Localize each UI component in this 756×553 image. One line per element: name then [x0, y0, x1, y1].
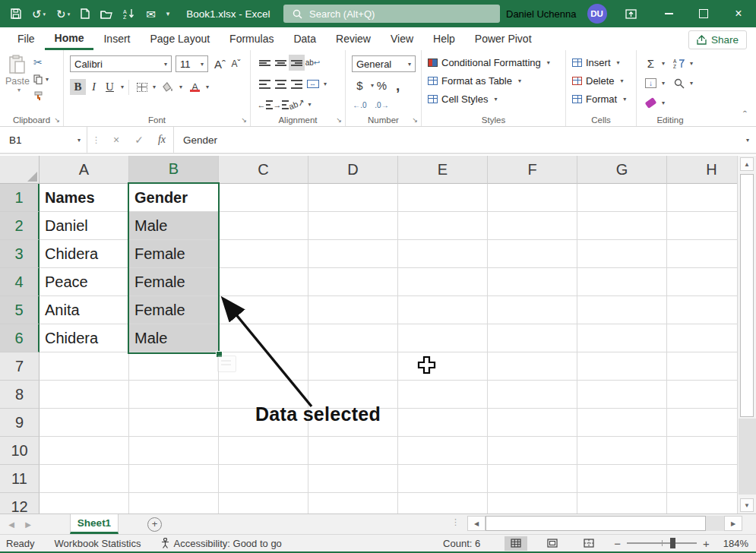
insert-cells-button[interactable]: Insert▾ [572, 57, 620, 68]
conditional-formatting-button[interactable]: Conditional Formatting▾ [428, 57, 550, 68]
tab-file[interactable]: File [8, 27, 45, 50]
clipboard-dialog-launcher-icon[interactable]: ↘ [54, 116, 60, 124]
cell-B3[interactable]: Female [129, 240, 219, 268]
cell-A11[interactable] [40, 465, 129, 493]
cancel-entry-icon[interactable]: × [105, 134, 128, 146]
open-folder-icon[interactable] [100, 9, 112, 19]
share-button[interactable]: Share [688, 30, 747, 49]
merge-center-button[interactable]: ↔ [305, 76, 321, 92]
cell-A8[interactable] [40, 381, 129, 409]
cell-E1[interactable] [398, 184, 488, 212]
scroll-right-icon[interactable]: ▶ [724, 516, 742, 531]
cell-F10[interactable] [488, 437, 577, 465]
column-header-F[interactable]: F [488, 156, 577, 184]
cell-B8[interactable] [129, 381, 219, 409]
column-header-D[interactable]: D [308, 156, 398, 184]
next-sheet-icon[interactable]: ▶ [17, 514, 40, 534]
cell-B6[interactable]: Male [129, 324, 219, 352]
cell-C4[interactable] [219, 268, 308, 296]
fill-color-dropdown[interactable]: ▾ [179, 84, 182, 90]
cell-C6[interactable] [219, 324, 308, 352]
user-name[interactable]: Daniel Uchenna [506, 8, 577, 20]
cell-D1[interactable] [308, 184, 398, 212]
copy-button[interactable]: ▾ [33, 74, 49, 84]
bottom-align-button[interactable] [289, 55, 305, 71]
cell-G12[interactable] [577, 493, 667, 514]
cell-G8[interactable] [577, 381, 667, 409]
cell-E2[interactable] [398, 212, 488, 240]
row-header-9[interactable]: 9 [0, 409, 40, 437]
alignment-dialog-launcher-icon[interactable]: ↘ [336, 116, 342, 124]
avatar[interactable]: DU [587, 4, 607, 24]
search-box[interactable]: Search (Alt+Q) [283, 5, 500, 23]
cell-H8[interactable] [667, 381, 737, 409]
cell-F4[interactable] [488, 268, 577, 296]
column-header-C[interactable]: C [219, 156, 308, 184]
cell-C5[interactable] [219, 296, 308, 324]
format-as-table-button[interactable]: Format as Table▾ [428, 75, 521, 87]
cell-A5[interactable]: Anita [40, 296, 129, 324]
cell-A9[interactable] [40, 409, 129, 437]
scroll-up-icon[interactable]: ▲ [740, 157, 754, 171]
sheet-tab-sheet1[interactable]: Sheet1 [70, 514, 119, 534]
row-header-2[interactable]: 2 [0, 212, 40, 240]
paste-button[interactable]: Paste ▾ [5, 55, 30, 93]
cell-F6[interactable] [488, 324, 577, 352]
cell-F11[interactable] [488, 465, 577, 493]
clear-button[interactable] [643, 95, 659, 111]
new-sheet-icon[interactable]: + [147, 517, 162, 532]
sort-az-icon[interactable]: AZ [123, 8, 135, 19]
cell-A6[interactable]: Chidera [40, 324, 129, 352]
cell-B11[interactable] [129, 465, 219, 493]
vertical-scrollbar-thumb[interactable] [740, 174, 754, 417]
autosum-button[interactable]: Σ [643, 55, 659, 71]
row-header-7[interactable]: 7 [0, 352, 40, 381]
name-box[interactable]: B1▾ [0, 127, 87, 153]
cell-F12[interactable] [488, 493, 577, 514]
wrap-text-button[interactable]: ab↩ [305, 55, 321, 71]
cell-G4[interactable] [577, 268, 667, 296]
cell-F3[interactable] [488, 240, 577, 268]
minimize-button[interactable] [651, 0, 686, 27]
tab-insert[interactable]: Insert [93, 27, 140, 50]
number-dialog-launcher-icon[interactable]: ↘ [412, 116, 418, 124]
expand-formula-bar-icon[interactable]: ▾ [739, 137, 756, 144]
cell-G11[interactable] [577, 465, 667, 493]
font-color-button[interactable]: A [187, 79, 203, 95]
cell-E11[interactable] [398, 465, 488, 493]
cell-G5[interactable] [577, 296, 667, 324]
zoom-slider-thumb[interactable] [670, 538, 675, 548]
confirm-entry-icon[interactable]: ✓ [128, 134, 150, 146]
decrease-decimal-button[interactable]: .0→ [374, 97, 390, 113]
cell-B4[interactable]: Female [129, 268, 219, 296]
fill-dropdown[interactable]: ▾ [662, 80, 665, 87]
find-select-button[interactable] [671, 75, 687, 91]
find-select-dropdown[interactable]: ▾ [690, 80, 693, 87]
cell-D2[interactable] [308, 212, 398, 240]
workbook-statistics-button[interactable]: Workbook Statistics [55, 538, 141, 549]
cell-A3[interactable]: Chidera [40, 240, 129, 268]
quick-analysis-icon[interactable] [217, 356, 236, 372]
cut-button[interactable]: ✂ [33, 56, 43, 68]
cell-styles-button[interactable]: Cell Styles▾ [428, 93, 497, 105]
cell-A1[interactable]: Names [40, 184, 129, 212]
cell-A7[interactable] [40, 352, 129, 381]
autosum-dropdown[interactable]: ▾ [662, 60, 665, 67]
cell-G3[interactable] [577, 240, 667, 268]
tab-scroll-splitter-icon[interactable]: ⋮ [451, 517, 460, 527]
cell-C1[interactable] [219, 184, 308, 212]
zoom-out-icon[interactable]: − [614, 537, 621, 550]
underline-dropdown[interactable]: ▾ [121, 84, 124, 90]
row-header-5[interactable]: 5 [0, 296, 40, 324]
orientation-dropdown[interactable]: ▾ [308, 101, 311, 108]
increase-font-size-button[interactable]: Aˆ [212, 56, 228, 72]
align-center-button[interactable] [273, 76, 289, 92]
column-header-A[interactable]: A [40, 156, 129, 184]
redo-icon[interactable]: ↻▾ [56, 8, 70, 20]
column-header-B[interactable]: B [129, 156, 219, 184]
cell-C2[interactable] [219, 212, 308, 240]
column-header-G[interactable]: G [577, 156, 667, 184]
cell-D5[interactable] [308, 296, 398, 324]
cell-A2[interactable]: Daniel [40, 212, 129, 240]
cell-D3[interactable] [308, 240, 398, 268]
